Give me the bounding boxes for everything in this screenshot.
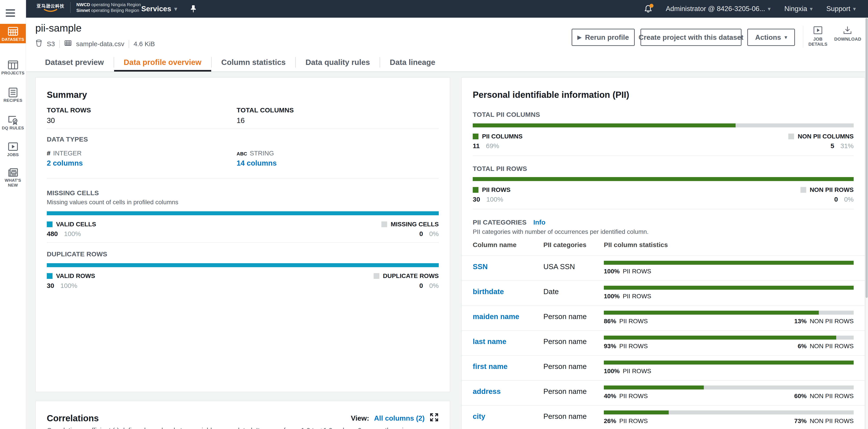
missing-cells-swatch	[381, 221, 387, 227]
pii-table-row: city Person name 26%PII ROWS 73%NON PII …	[462, 405, 865, 429]
pii-category-value: Person name	[544, 412, 587, 421]
pii-title: Personal identifiable information (PII)	[473, 90, 629, 100]
operator-region-text: NWCD operating Ningxia Region Sinnet ope…	[76, 2, 141, 13]
tab-dataset-preview[interactable]: Dataset preview	[35, 53, 114, 71]
file-name-label: sample-data.csv	[76, 40, 124, 48]
tab-data-quality-rules[interactable]: Data quality rules	[296, 53, 380, 71]
missing-cells-label: MISSING CELLS	[47, 189, 99, 197]
pii-column-name-link[interactable]: maiden name	[473, 312, 519, 321]
pii-categories-info-link[interactable]: Info	[533, 219, 545, 226]
hash-icon: #	[47, 150, 51, 157]
divider	[47, 128, 439, 129]
all-columns-link[interactable]: All columns (2)	[374, 414, 425, 422]
duplicate-rows-bar	[47, 263, 439, 267]
pii-row-stats: 100%PII ROWS	[604, 368, 854, 375]
tab-bar: Dataset preview Data profile overview Co…	[26, 53, 868, 72]
pii-table-row: maiden name Person name 86%PII ROWS 13%N…	[462, 305, 865, 330]
pii-row-stats: 93%PII ROWS 6%NON PII ROWS	[604, 343, 854, 350]
job-details-button[interactable]: JOB DETAILS	[805, 26, 831, 47]
divider	[473, 209, 854, 209]
summary-title: Summary	[47, 90, 87, 100]
sidebar-item-projects[interactable]: PROJECTS	[0, 60, 26, 75]
chevron-down-icon: ▾	[810, 5, 813, 12]
download-icon	[842, 32, 852, 35]
meta-divider	[59, 40, 60, 48]
sidebar-item-dq-rules[interactable]: DQ RULES	[0, 115, 26, 130]
left-navigation-rail: DATASETS PROJECTS RECIPES DQ RULES	[0, 0, 26, 429]
pii-table-row: address Person name 40%PII ROWS 60%NON P…	[462, 380, 865, 405]
tab-data-lineage[interactable]: Data lineage	[380, 53, 445, 71]
pii-row-stats: 40%PII ROWS 60%NON PII ROWS	[604, 393, 854, 400]
logo-divider	[70, 2, 71, 13]
hamburger-menu-icon[interactable]	[6, 9, 15, 19]
integer-columns-link[interactable]: 2 columns	[47, 159, 83, 167]
pii-category-value: Person name	[544, 337, 587, 346]
notification-badge	[650, 4, 653, 8]
pii-card: Personal identifiable information (PII) …	[461, 77, 865, 429]
download-button[interactable]: DOWNLOAD	[834, 26, 861, 42]
total-rows-value: 30	[47, 116, 55, 125]
job-details-icon	[813, 32, 823, 35]
duplicate-rows-legend: VALID ROWS DUPLICATE ROWS	[47, 272, 439, 279]
pii-category-value: USA SSN	[544, 263, 575, 271]
notifications-bell[interactable]	[644, 5, 652, 13]
pin-icon[interactable]	[190, 5, 197, 14]
sidebar-item-datasets[interactable]: DATASETS	[0, 24, 26, 43]
services-menu[interactable]: Services ▾	[141, 0, 177, 18]
pii-row-stats: 100%PII ROWS	[604, 293, 854, 300]
datasets-icon	[0, 27, 26, 37]
string-columns-link[interactable]: 14 columns	[237, 159, 277, 167]
pii-columns-swatch	[473, 133, 478, 139]
pii-table-row: SSN USA SSN 100%PII ROWS	[462, 255, 865, 280]
pii-column-name-link[interactable]: city	[473, 412, 485, 421]
total-rows-label: TOTAL ROWS	[47, 106, 91, 114]
correlations-description: Correlation coefficient (r) defines how …	[47, 426, 439, 429]
tab-column-statistics[interactable]: Column statistics	[212, 53, 296, 71]
table-file-icon	[64, 40, 72, 48]
divider	[47, 242, 439, 243]
pii-category-value: Person name	[544, 387, 587, 396]
rerun-profile-button[interactable]: ▶ Rerun profile	[571, 29, 635, 46]
main-content: Summary TOTAL ROWS 30 TOTAL COLUMNS 16 D…	[26, 72, 868, 429]
total-columns-label: TOTAL COLUMNS	[237, 106, 294, 114]
sidebar-item-recipes[interactable]: RECIPES	[0, 87, 26, 103]
non-pii-rows-swatch	[801, 187, 806, 193]
jobs-icon	[0, 142, 26, 152]
page-header: pii-sample S3 sample-data.csv 4.6 KiB ▶ …	[26, 18, 868, 53]
recipes-icon	[0, 87, 26, 98]
tab-data-profile-overview[interactable]: Data profile overview	[114, 53, 211, 71]
sidebar-item-jobs[interactable]: JOBS	[0, 142, 26, 157]
sidebar-item-label: DATASETS	[0, 37, 26, 42]
data-types-label: DATA TYPES	[47, 135, 88, 143]
pii-column-name-link[interactable]: address	[473, 387, 501, 396]
total-pii-columns-counts: 1169% 531%	[473, 142, 854, 150]
vertical-scrollbar[interactable]	[865, 18, 868, 429]
pii-row-bar	[604, 261, 854, 265]
missing-cells-description: Missing values count of cells in profile…	[47, 199, 178, 206]
header-divider	[803, 26, 803, 48]
file-size-label: 4.6 KiB	[133, 40, 155, 48]
summary-card: Summary TOTAL ROWS 30 TOTAL COLUMNS 16 D…	[35, 77, 450, 392]
account-menu[interactable]: Administrator @ 8426-3205-06... ▾	[666, 5, 771, 13]
expand-icon[interactable]	[430, 413, 439, 424]
create-project-button[interactable]: Create project with this dataset	[641, 29, 742, 46]
view-label: View:	[351, 414, 369, 422]
support-menu[interactable]: Support ▾	[826, 5, 856, 13]
pii-column-name-link[interactable]: first name	[473, 362, 507, 371]
pii-column-name-link[interactable]: birthdate	[473, 287, 504, 296]
actions-button[interactable]: Actions ▾	[747, 29, 795, 46]
missing-cells-counts: 480100% 00%	[47, 230, 439, 238]
sidebar-item-whats-new[interactable]: WHAT'S NEW	[0, 167, 26, 188]
pii-row-bar	[604, 311, 854, 315]
aws-china-logo[interactable]: 亚马逊云科技 NWCD operating Ningxia Region Sin…	[37, 2, 141, 13]
pii-categories-header: PII CATEGORIES Info	[473, 219, 545, 226]
pii-column-name-link[interactable]: last name	[473, 337, 506, 346]
pii-category-value: Person name	[544, 362, 587, 371]
region-menu[interactable]: Ningxia ▾	[784, 5, 813, 13]
dataset-meta: S3 sample-data.csv 4.6 KiB	[35, 39, 155, 48]
total-pii-rows-label: TOTAL PII ROWS	[473, 165, 527, 173]
missing-cells-bar	[47, 211, 439, 215]
pii-column-name-link[interactable]: SSN	[473, 263, 488, 271]
scrollbar-thumb[interactable]	[866, 18, 868, 298]
pii-row-stats: 26%PII ROWS 73%NON PII ROWS	[604, 418, 854, 425]
